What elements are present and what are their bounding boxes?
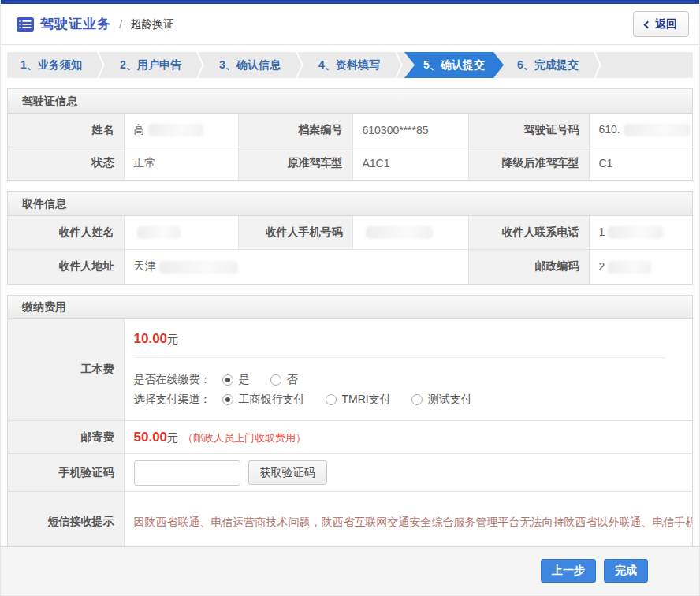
page: 驾驶证业务 / 超龄换证 返回 1、业务须知 2、用户申告 3、确认信息 4、资…: [0, 0, 700, 596]
redacted-blur: [624, 124, 691, 136]
step-4-fill-data[interactable]: 4、资料填写: [305, 52, 393, 78]
step-1-business-notice[interactable]: 1、业务须知: [7, 52, 95, 78]
back-label: 返回: [655, 17, 677, 32]
field-value-name: 高: [124, 114, 238, 147]
radio-channel-tmri[interactable]: TMRI支付: [326, 393, 391, 407]
pickup-info-table: 收件人姓名 收件人手机号码 收件人联系电话 1 收件人地址 天津 邮政编码 2: [8, 216, 692, 284]
payment-options: 是否在线缴费： 是 否 选择支付渠道：: [134, 358, 683, 420]
radio-channel-test[interactable]: 测试支付: [411, 393, 472, 407]
step-separator: [393, 52, 404, 78]
radio-icon: [270, 374, 281, 386]
step-label: 5、确认提交: [423, 58, 485, 73]
online-payment-question-row: 是否在线缴费： 是 否: [134, 373, 683, 387]
field-label: 邮寄费: [8, 421, 124, 454]
table-row: 收件人姓名 收件人手机号码 收件人联系电话 1: [8, 216, 692, 249]
field-label: 手机验证码: [8, 454, 124, 492]
step-separator: [294, 52, 305, 78]
payment-channel-question-row: 选择支付渠道： 工商银行支付 TMRI支付 测试支付: [134, 393, 683, 407]
field-value-status: 正常: [124, 147, 238, 180]
get-sms-code-button[interactable]: 获取验证码: [248, 460, 327, 485]
radio-icon: [326, 394, 337, 405]
fee-amount: 50.00: [134, 430, 168, 445]
step-label: 3、确认信息: [219, 58, 281, 73]
field-value-recipient-mobile: [352, 216, 468, 249]
back-button[interactable]: 返回: [633, 11, 689, 37]
redacted-blur: [366, 226, 433, 239]
breadcrumb-separator: /: [119, 17, 122, 31]
step-2-user-declaration[interactable]: 2、用户申告: [106, 52, 195, 78]
field-value-original-class: A1C1: [352, 147, 468, 180]
sms-warning-text: 因陕西省联通、电信运营商技术问题，陕西省互联网交通安全综合服务管理平台无法向持陕…: [134, 512, 683, 532]
postage-fee-note: （邮政人员上门收取费用）: [183, 432, 306, 444]
redacted-blur: [608, 261, 651, 274]
redacted-blur: [159, 261, 238, 274]
step-label: 1、业务须知: [20, 58, 82, 73]
breadcrumb: 驾驶证业务 / 超龄换证: [17, 15, 174, 33]
field-label: 驾驶证号码: [468, 114, 589, 147]
step-separator: [592, 52, 603, 78]
step-label: 6、完成提交: [517, 58, 579, 73]
field-value-downgraded-class: C1: [589, 147, 692, 180]
field-value-license-number: 610.: [589, 114, 692, 147]
footer-bar: 上一步 完成: [1, 546, 699, 594]
steps-bar-tail: [603, 52, 693, 78]
radio-icon: [411, 394, 423, 405]
table-row: 收件人地址 天津 邮政编码 2: [8, 249, 692, 284]
step-label: 2、用户申告: [120, 58, 181, 73]
field-label: 收件人手机号码: [238, 216, 352, 249]
radio-channel-icbc[interactable]: 工商银行支付: [222, 393, 305, 407]
sms-tip-cell: 因陕西省联通、电信运营商技术问题，陕西省互联网交通安全综合服务管理平台无法向持陕…: [124, 492, 692, 552]
breadcrumb-current: 超龄换证: [130, 17, 174, 32]
field-label: 工本费: [8, 319, 124, 421]
list-icon: [17, 17, 34, 32]
step-separator: [195, 52, 206, 78]
field-label: 姓名: [8, 114, 124, 147]
radio-online-yes[interactable]: 是: [222, 373, 250, 387]
radio-label: 工商银行支付: [239, 393, 305, 407]
radio-label: 测试支付: [428, 393, 472, 407]
radio-icon: [222, 374, 233, 386]
section-title: 驾驶证信息: [8, 89, 692, 114]
header: 驾驶证业务 / 超龄换证 返回: [1, 4, 699, 45]
table-row: 工本费 10.00元 是否在线缴费： 是: [8, 319, 692, 421]
page-title: 驾驶证业务: [40, 15, 111, 33]
prev-step-button[interactable]: 上一步: [541, 559, 596, 583]
fee-unit: 元: [167, 333, 178, 345]
step-6-complete-submit[interactable]: 6、完成提交: [504, 52, 592, 78]
table-row: 手机验证码 获取验证码: [8, 454, 692, 492]
radio-online-no[interactable]: 否: [270, 373, 298, 387]
sms-code-input[interactable]: [134, 460, 240, 486]
steps-bar: 1、业务须知 2、用户申告 3、确认信息 4、资料填写 5、确认提交 6、完成提…: [7, 52, 693, 78]
finish-button[interactable]: 完成: [604, 559, 648, 583]
field-label: 状态: [8, 147, 124, 180]
license-info-table: 姓名 高 档案编号 610300****85 驾驶证号码 610. 状态 正常 …: [8, 114, 692, 180]
field-label: 原准驾车型: [238, 147, 352, 180]
field-label: 降级后准驾车型: [468, 147, 589, 180]
field-label: 短信接收提示: [8, 492, 124, 552]
field-value-file-number: 610300****85: [352, 114, 468, 147]
redacted-blur: [137, 226, 181, 239]
table-row: 姓名 高 档案编号 610300****85 驾驶证号码 610.: [8, 114, 692, 147]
table-row: 状态 正常 原准驾车型 A1C1 降级后准驾车型 C1: [8, 147, 692, 180]
fee-unit: 元: [167, 431, 178, 444]
radio-icon: [222, 394, 233, 405]
redacted-blur: [608, 226, 663, 239]
field-value-recipient-name: [124, 216, 238, 249]
table-row: 邮寄费 50.00元（邮政人员上门收取费用）: [8, 421, 692, 454]
section-license-info: 驾驶证信息 姓名 高 档案编号 610300****85 驾驶证号码 610. …: [7, 88, 693, 181]
table-row: 短信接收提示 因陕西省联通、电信运营商技术问题，陕西省互联网交通安全综合服务管理…: [8, 492, 692, 552]
radio-label: 否: [287, 373, 298, 387]
field-label: 邮政编码: [468, 249, 589, 284]
production-fee-cell: 10.00元 是否在线缴费： 是 否: [124, 319, 692, 421]
radio-label: 是: [239, 373, 250, 387]
back-chevron-icon: [644, 20, 652, 28]
field-value-recipient-phone: 1: [589, 216, 692, 249]
section-title: 取件信息: [8, 192, 692, 216]
field-value-recipient-address: 天津: [124, 249, 468, 284]
question-label: 是否在线缴费：: [134, 373, 211, 387]
step-5-confirm-submit[interactable]: 5、确认提交: [404, 52, 504, 78]
step-label: 4、资料填写: [318, 58, 380, 73]
step-3-confirm-info[interactable]: 3、确认信息: [206, 52, 294, 78]
question-label: 选择支付渠道：: [134, 393, 211, 407]
field-label: 档案编号: [238, 114, 352, 147]
